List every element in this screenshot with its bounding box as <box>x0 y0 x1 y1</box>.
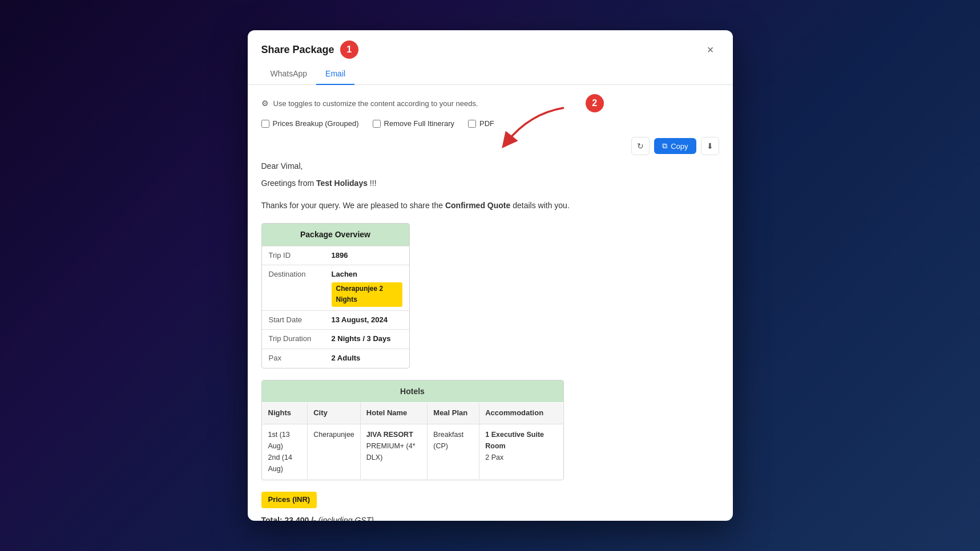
pdf-label: PDF <box>479 119 494 128</box>
thanks-prefix: Thanks for your query. We are pleased to… <box>261 201 445 210</box>
package-overview-body: Trip ID 1896 Destination Lachen Cherapun… <box>262 246 409 368</box>
greeting-suffix: !!! <box>368 179 377 188</box>
email-content: Dear Vimal, Greetings from Test Holidays… <box>261 160 719 521</box>
checkbox-remove-itinerary[interactable]: Remove Full Itinerary <box>373 119 455 128</box>
total-amount: Total: 23,400 /- <box>261 516 318 521</box>
trip-id-value: 1896 <box>325 246 409 265</box>
email-thanks: Thanks for your query. We are pleased to… <box>261 199 719 212</box>
modal-body: ⚙ Use toggles to customize the content a… <box>248 85 733 521</box>
refresh-button[interactable]: ↻ <box>631 137 650 155</box>
pax-value: 2 Adults <box>325 349 409 368</box>
trip-duration-value: 2 Nights / 3 Days <box>325 330 409 349</box>
table-row: Pax 2 Adults <box>262 349 409 368</box>
prices-breakup-label: Prices Breakup (Grouped) <box>273 119 359 128</box>
step1-badge: 1 <box>340 40 358 59</box>
refresh-icon: ↻ <box>637 141 644 151</box>
checkbox-prices-breakup[interactable]: Prices Breakup (Grouped) <box>261 119 359 128</box>
col-nights: Nights <box>262 403 308 424</box>
prices-section: Prices (INR) Total: 23,400 /- (including… <box>261 492 719 521</box>
trip-duration-label: Trip Duration <box>262 330 325 349</box>
trip-id-label: Trip ID <box>262 246 325 265</box>
save-button[interactable]: ⬇ <box>701 137 719 155</box>
close-icon: × <box>707 43 714 56</box>
confirmed-quote-bold: Confirmed Quote <box>445 201 510 210</box>
destination-value: Lachen Cherapunjee 2 Nights <box>325 265 409 310</box>
hotels-header-row: Nights City Hotel Name Meal Plan Accommo… <box>262 403 563 424</box>
col-meal-plan: Meal Plan <box>428 403 479 424</box>
step2-badge: 2 <box>586 94 604 112</box>
modal-header: Share Package 1 × <box>248 30 733 59</box>
hotel-nights: 1st (13 Aug) 2nd (14 Aug) <box>262 424 308 480</box>
hotel-meal-plan: Breakfast (CP) <box>428 424 479 480</box>
company-name: Test Holidays <box>316 179 368 188</box>
checkbox-pdf[interactable]: PDF <box>468 119 494 128</box>
thanks-suffix: details with you. <box>510 201 570 210</box>
prices-badge: Prices (INR) <box>261 492 317 508</box>
table-row: Trip ID 1896 <box>262 246 409 265</box>
share-package-modal: Share Package 1 × WhatsApp Email ⚙ Use t… <box>248 30 733 521</box>
prices-breakup-checkbox[interactable] <box>261 120 269 128</box>
hotels-table: Nights City Hotel Name Meal Plan Accommo… <box>262 402 563 480</box>
remove-itinerary-label: Remove Full Itinerary <box>384 119 455 128</box>
hotels-section: Hotels Nights City Hotel Name Meal Plan … <box>261 380 719 480</box>
tab-whatsapp[interactable]: WhatsApp <box>261 63 317 85</box>
checkboxes-section: Prices Breakup (Grouped) Remove Full Iti… <box>261 119 719 128</box>
table-row: Trip Duration 2 Nights / 3 Days <box>262 330 409 349</box>
copy-label: Copy <box>671 142 688 151</box>
tab-email[interactable]: Email <box>316 63 354 85</box>
col-accommodation: Accommodation <box>479 403 563 424</box>
email-greeting: Dear Vimal, <box>261 160 719 172</box>
copy-button[interactable]: ⧉ Copy <box>654 138 696 154</box>
tabs-container: WhatsApp Email <box>248 63 733 85</box>
hint-text: Use toggles to customize the content acc… <box>273 99 478 108</box>
start-date-label: Start Date <box>262 310 325 330</box>
modal-title-container: Share Package 1 <box>261 40 358 59</box>
hotel-row: 1st (13 Aug) 2nd (14 Aug) Cherapunjee JI… <box>262 424 563 480</box>
pax-label: Pax <box>262 349 325 368</box>
destination-label: Destination <box>262 265 325 310</box>
total-gst: (including GST) <box>318 516 374 521</box>
destination-badge: Cherapunjee 2 Nights <box>332 282 402 306</box>
hotels-title: Hotels <box>262 380 563 402</box>
toggle-hint: ⚙ Use toggles to customize the content a… <box>261 94 719 112</box>
content-toolbar: ↻ ⧉ Copy ⬇ <box>261 137 719 155</box>
email-intro: Greetings from Test Holidays !!! <box>261 177 719 189</box>
package-overview-table: Package Overview Trip ID 1896 Destinatio… <box>261 223 410 368</box>
prices-total: Total: 23,400 /- (including GST) <box>261 514 719 521</box>
hotel-name: JIVA RESORT PREMIUM+ (4* DLX) <box>360 424 428 480</box>
col-hotel-name: Hotel Name <box>360 403 428 424</box>
save-icon: ⬇ <box>707 141 713 151</box>
greeting-prefix: Greetings from <box>261 179 316 188</box>
start-date-value: 13 August, 2024 <box>325 310 409 330</box>
package-overview-header: Package Overview <box>262 224 409 245</box>
remove-itinerary-checkbox[interactable] <box>373 120 381 128</box>
modal-overlay: Share Package 1 × WhatsApp Email ⚙ Use t… <box>0 0 980 551</box>
table-row: Start Date 13 August, 2024 <box>262 310 409 330</box>
close-button[interactable]: × <box>702 41 719 58</box>
col-city: City <box>308 403 361 424</box>
pdf-checkbox[interactable] <box>468 120 476 128</box>
hotel-city: Cherapunjee <box>308 424 361 480</box>
checkboxes-row: Prices Breakup (Grouped) Remove Full Iti… <box>261 119 719 128</box>
hotel-accommodation: 1 Executive Suite Room 2 Pax <box>479 424 563 480</box>
hotels-table-outer: Hotels Nights City Hotel Name Meal Plan … <box>261 380 564 480</box>
settings-icon: ⚙ <box>261 99 269 108</box>
copy-icon: ⧉ <box>662 141 667 151</box>
modal-title-text: Share Package <box>261 44 334 56</box>
table-row: Destination Lachen Cherapunjee 2 Nights <box>262 265 409 310</box>
